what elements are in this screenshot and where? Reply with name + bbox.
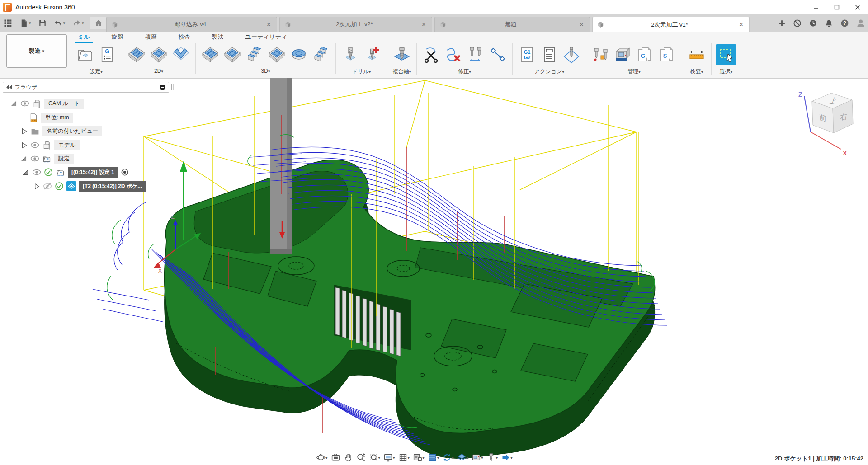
drill-button[interactable] — [340, 44, 361, 65]
post-process-button[interactable] — [517, 44, 538, 65]
tool-change-button[interactable] — [465, 44, 486, 65]
machine-library-button[interactable] — [613, 44, 633, 65]
tab-close-icon[interactable]: ✕ — [578, 21, 585, 28]
group-label-drill[interactable]: ドリル — [352, 68, 371, 75]
browser-row-setup1[interactable]: [(0:15:42)] 設定 1 — [22, 166, 129, 178]
steps-button[interactable] — [427, 452, 440, 463]
browser-row-setups[interactable]: 設定 — [20, 153, 74, 164]
nc-program-button[interactable] — [97, 44, 118, 65]
viewport-canvas[interactable]: Z X Z X 上 前 右 — [0, 78, 868, 465]
browser-header[interactable]: ブラウザ — [3, 82, 169, 93]
display-settings-button[interactable] — [382, 452, 396, 463]
home-view-button[interactable] — [90, 17, 107, 29]
browser-row-operation-t2[interactable]: [T2 (0:15:42)] 2D ポケ... — [33, 180, 146, 192]
group-label-setup[interactable]: 設定 — [90, 68, 103, 75]
document-tab-4-active[interactable]: 2次元加工 v1* ✕ — [592, 17, 750, 32]
2d-contour-button[interactable] — [170, 44, 191, 65]
post-library-button[interactable] — [635, 44, 656, 65]
browser-row-model[interactable]: モデル — [20, 139, 80, 151]
spiral-button[interactable] — [288, 44, 309, 65]
ribbon-tab-additive[interactable]: 積層 — [143, 32, 159, 42]
active-setup-radio[interactable] — [121, 168, 129, 176]
flat-button[interactable] — [244, 44, 265, 65]
document-tab-3[interactable]: 無題 ✕ — [434, 17, 590, 32]
expander-closed-icon[interactable] — [33, 183, 40, 190]
minimize-panel-icon[interactable] — [159, 84, 166, 91]
notifications-icon[interactable] — [825, 19, 833, 28]
ribbon-tab-utilities[interactable]: ユーティリティ — [244, 32, 289, 42]
extensions-icon[interactable] — [793, 19, 802, 28]
undo-button[interactable] — [52, 18, 67, 29]
adaptive-clearing-button[interactable] — [200, 44, 221, 65]
new-document-tab-button[interactable] — [778, 19, 786, 27]
file-menu-button[interactable] — [18, 18, 33, 29]
group-label-modify[interactable]: 修正 — [458, 68, 471, 75]
expander-open-icon[interactable] — [22, 169, 29, 176]
ribbon-tab-inspection[interactable]: 検査 — [177, 32, 192, 42]
zoom-button[interactable] — [355, 452, 367, 463]
browser-row-cam-root[interactable]: CAM ルート — [10, 98, 84, 109]
tab-close-icon[interactable]: ✕ — [738, 21, 745, 28]
pocket-clearing-button[interactable] — [222, 44, 243, 65]
workspace-selector[interactable]: 製造 — [6, 34, 67, 68]
app-grid-button[interactable] — [2, 17, 14, 29]
minimize-button[interactable] — [806, 0, 826, 14]
delete-passes-button[interactable] — [443, 44, 464, 65]
visibility-eye-icon[interactable] — [32, 168, 41, 177]
template-library-button[interactable] — [657, 44, 678, 65]
visibility-eye-off-icon[interactable] — [43, 182, 52, 191]
look-at-button[interactable] — [330, 452, 341, 463]
machine-display-button[interactable] — [471, 452, 484, 463]
expander-open-icon[interactable] — [20, 155, 28, 163]
expander-closed-icon[interactable] — [20, 141, 28, 149]
help-icon[interactable] — [840, 19, 849, 28]
save-button[interactable] — [37, 18, 48, 28]
ribbon-tab-turning[interactable]: 旋盤 — [110, 32, 125, 42]
view-cube[interactable]: Z X 上 前 右 — [798, 91, 853, 157]
document-tab-1[interactable]: 彫り込み v4 ✕ — [106, 17, 277, 32]
group-label-multiaxis[interactable]: 複合軸 — [393, 68, 411, 75]
fit-button[interactable] — [368, 452, 382, 463]
group-label-actions[interactable]: アクション — [534, 68, 564, 75]
slot-button[interactable] — [266, 44, 287, 65]
grid-settings-button[interactable] — [397, 452, 411, 463]
document-tab-2[interactable]: 2次元加工 v2* ✕ — [279, 17, 432, 32]
trim-button[interactable] — [421, 44, 442, 65]
measure-button[interactable] — [686, 44, 707, 65]
exit-simulation-button[interactable] — [500, 452, 514, 463]
expander-closed-icon[interactable] — [20, 127, 28, 135]
2d-pocket-button[interactable] — [148, 44, 169, 65]
browser-row-named-views[interactable]: 名前の付いたビュー — [20, 125, 102, 137]
simulate-button[interactable] — [561, 44, 582, 65]
maximize-button[interactable] — [826, 0, 847, 14]
panel-grip[interactable] — [171, 84, 174, 90]
pan-button[interactable] — [343, 452, 354, 463]
morphed-spiral-button[interactable] — [311, 44, 331, 65]
group-label-3d[interactable]: 3D — [261, 68, 270, 74]
group-label-manage[interactable]: 管理 — [627, 68, 641, 75]
redo-button[interactable] — [71, 18, 85, 29]
toolpath-display-button[interactable] — [456, 452, 470, 463]
refresh-button[interactable] — [441, 452, 455, 463]
tab-close-icon[interactable]: ✕ — [420, 21, 427, 28]
expander-open-icon[interactable] — [10, 100, 18, 108]
collapse-panel-icon[interactable] — [6, 84, 12, 90]
visibility-eye-icon[interactable] — [30, 141, 39, 150]
visibility-eye-icon[interactable] — [20, 99, 29, 108]
tool-display-button[interactable] — [486, 452, 499, 463]
job-status-icon[interactable] — [809, 19, 817, 28]
orbit-button[interactable] — [315, 452, 329, 463]
account-avatar[interactable] — [856, 19, 865, 28]
viewports-button[interactable] — [412, 452, 425, 463]
group-label-select[interactable]: 選択 — [720, 68, 733, 75]
ribbon-tab-fabrication[interactable]: 製法 — [210, 32, 226, 42]
close-button[interactable] — [847, 0, 868, 14]
group-label-2d[interactable]: 2D — [154, 68, 163, 74]
tab-close-icon[interactable]: ✕ — [265, 21, 272, 28]
bore-button[interactable] — [362, 44, 383, 65]
tool-library-button[interactable] — [590, 44, 611, 65]
visibility-eye-icon[interactable] — [30, 154, 39, 163]
face-button[interactable] — [126, 44, 147, 65]
multi-axis-button[interactable] — [392, 44, 412, 65]
setup-sheet-button[interactable] — [539, 44, 560, 65]
